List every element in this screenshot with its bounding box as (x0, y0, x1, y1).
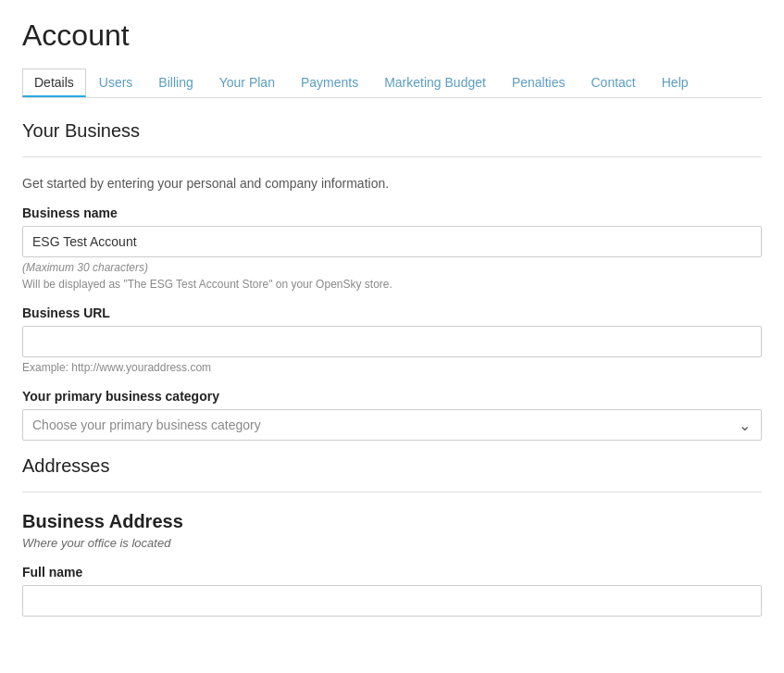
business-name-hint-max: (Maximum 30 characters) (22, 261, 762, 274)
addresses-section: Addresses Business Address Where your of… (22, 455, 762, 617)
tab-contact[interactable]: Contact (579, 68, 649, 97)
tab-billing[interactable]: Billing (145, 68, 205, 97)
tab-help[interactable]: Help (649, 68, 702, 97)
business-address-block: Business Address Where your office is lo… (22, 511, 762, 617)
business-url-example: Example: http://www.youraddress.com (22, 361, 762, 374)
page-title: Account (22, 19, 762, 53)
tab-users[interactable]: Users (86, 68, 146, 97)
tab-your-plan[interactable]: Your Plan (206, 68, 288, 97)
addresses-title: Addresses (22, 455, 762, 484)
tab-payments[interactable]: Payments (288, 68, 371, 97)
business-name-hint-display: Will be displayed as "The ESG Test Accou… (22, 278, 762, 291)
primary-category-select[interactable]: Choose your primary business category (22, 409, 762, 441)
tab-details[interactable]: Details (22, 69, 86, 97)
tab-marketing-budget[interactable]: Marketing Budget (371, 68, 499, 97)
business-address-title: Business Address (22, 511, 762, 532)
primary-category-label: Your primary business category (22, 389, 762, 404)
business-name-label: Business name (22, 206, 762, 220)
tab-penalties[interactable]: Penalties (499, 68, 579, 97)
your-business-title: Your Business (22, 120, 762, 149)
business-name-group: Business name (Maximum 30 characters) Wi… (22, 206, 762, 291)
primary-category-group: Your primary business category Choose yo… (22, 389, 762, 441)
full-name-label: Full name (22, 565, 762, 580)
section-divider-1 (22, 156, 762, 157)
full-name-input[interactable] (22, 585, 762, 617)
section-divider-2 (22, 492, 762, 492)
business-address-subtitle: Where your office is located (22, 536, 762, 550)
business-url-input[interactable] (22, 326, 762, 357)
primary-category-wrapper: Choose your primary business category ⌄ (22, 409, 762, 441)
your-business-subtitle: Get started by entering your personal an… (22, 176, 762, 191)
full-name-group: Full name (22, 565, 762, 617)
business-url-label: Business URL (22, 305, 762, 320)
business-url-group: Business URL Example: http://www.youradd… (22, 305, 762, 374)
your-business-section: Your Business Get started by entering yo… (22, 120, 762, 441)
business-name-input[interactable] (22, 226, 762, 257)
tab-navigation: Details Users Billing Your Plan Payments… (22, 68, 762, 98)
